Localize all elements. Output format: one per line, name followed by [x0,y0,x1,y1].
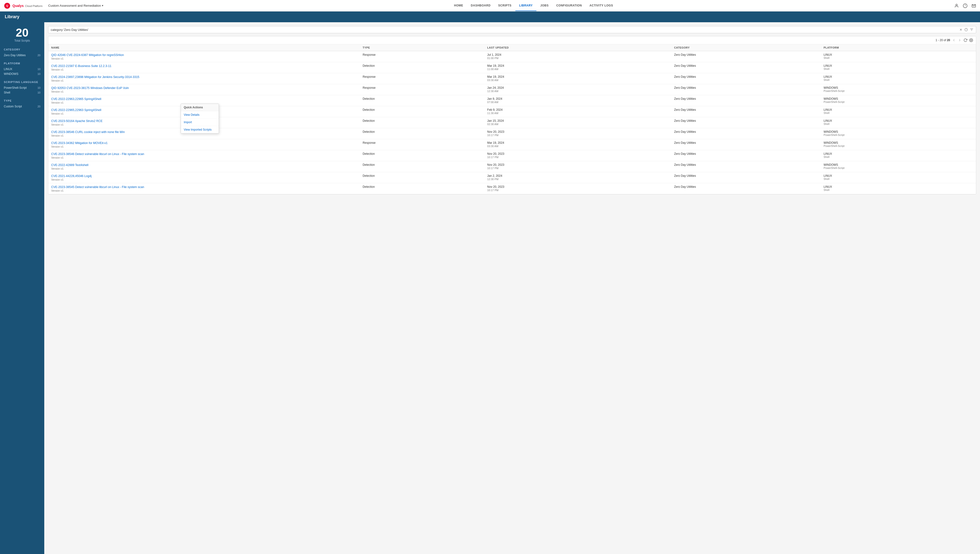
nav-configuration[interactable]: CONFIGURATION [553,0,586,11]
table-toolbar: 1 - 20 of 20 [48,37,976,44]
sidebar-item-shell[interactable]: Shell 10 [4,90,40,95]
table-settings-icon[interactable] [969,38,973,42]
row-category-12: Zero Day Utilities [674,185,824,188]
prev-page-icon[interactable] [952,38,956,42]
row-platform-4: WINDOWS PowerShell-Script [824,97,973,103]
search-help-icon[interactable]: ? [964,28,968,31]
clear-search-icon[interactable] [959,28,962,31]
search-icons: ? [959,28,974,32]
qa-import[interactable]: Import [181,119,219,126]
row-category-7: Zero Day Utilities [674,130,824,134]
row-date-10: Nov 20, 202310:17 PM [487,163,674,170]
table-row: CVE-2023-38545 Detect vulnerable libcurl… [48,183,976,194]
chevron-down-icon: ▾ [102,4,104,7]
row-platform-1: LINUX Shell [824,64,973,70]
row-date-1: Mar 19, 202411:00 AM [487,64,674,71]
nav-activity-logs[interactable]: ACTIVITY LOGS [586,0,617,11]
qualys-logo-icon: Q [4,2,11,9]
platform-section-title: PLATFORM [4,62,40,65]
row-type-6: Detection [363,119,488,123]
row-name-link-0[interactable]: QID 42046 CVE-2024-6387 Mitigation for r… [51,53,124,57]
row-name-link-9[interactable]: CVE-2023-38546 Detect vulnerable libcurl… [51,152,144,156]
row-name-9: CVE-2023-38546 Detect vulnerable libcurl… [51,152,363,159]
row-version-7: Version v1 [51,134,363,137]
col-name: NAME [51,46,363,49]
qa-view-imported-scripts[interactable]: View Imported Scripts [181,126,219,133]
category-section-title: CATEGORY [4,48,40,51]
sidebar-item-linux[interactable]: LINUX 10 [4,67,40,72]
page-title: Library [5,14,19,19]
row-name-link-12[interactable]: CVE-2023-38545 Detect vulnerable libcurl… [51,185,144,189]
row-name-link-7[interactable]: CVE-2023-38546 CURL cookie inject with n… [51,131,125,134]
row-name-link-1[interactable]: CVE-2022-21587 E-Business Suite 12.2.3-1… [51,64,112,68]
row-date-5: Feb 9, 202411:30 AM [487,108,674,115]
sidebar-total: 20 Total Scripts [4,27,40,42]
row-version-9: Version v1 [51,156,363,159]
nav-scripts[interactable]: SCRIPTS [494,0,515,11]
row-name-link-6[interactable]: CVE-2023-50164 Apache Struts2 RCE [51,119,103,123]
table-row: CVE-2024-23897,23898 Mitigation for Jenk… [48,73,976,84]
row-name-link-8[interactable]: CVE-2023-34362 Mitigation for MOVEit-v1 [51,142,108,145]
total-scripts-count: 20 [4,27,40,38]
row-date-11: Jan 2, 202412:30 PM [487,174,674,181]
col-category: CATEGORY [674,46,824,49]
svg-point-13 [970,40,972,41]
row-category-11: Zero Day Utilities [674,174,824,177]
nav-library[interactable]: LIBRARY [515,0,536,11]
app-title-area[interactable]: Custom Assessment and Remediation ▾ [48,4,104,7]
table-row: CVE-2022-21587 E-Business Suite 12.2.3-1… [48,62,976,73]
row-name-link-11[interactable]: CVE-2021-44228,45046 Log4j [51,174,92,178]
row-type-12: Detection [363,185,488,188]
sidebar-item-zero-day[interactable]: Zero Day Utilities 20 [4,53,40,58]
row-name-link-4[interactable]: CVE-2022-22963,22965 Spring4Shell [51,97,101,101]
row-type-3: Response [363,86,488,89]
nav-links: HOME DASHBOARD SCRIPTS LIBRARY JOBS CONF… [113,0,954,11]
sidebar-item-windows[interactable]: WINDOWS 10 [4,72,40,76]
row-type-9: Detection [363,152,488,156]
row-version-8: Version v1 [51,145,363,148]
row-name-11: CVE-2021-44228,45046 Log4j Version v1 [51,174,363,181]
qa-view-details[interactable]: View Details [181,111,219,119]
row-name-link-2[interactable]: CVE-2024-23897,23898 Mitigation for Jenk… [51,75,139,79]
row-name-link-10[interactable]: CVE-2022-42889 Text4shell [51,163,88,167]
refresh-icon[interactable] [964,38,967,42]
pagination-text: 1 - 20 of 20 [935,38,950,42]
table-header: NAME TYPE LAST UPDATED CATEGORY PLATFORM [48,44,976,51]
table-row: CVE-2023-38546 Detect vulnerable libcurl… [48,150,976,161]
nav-right-icons: ? [954,3,976,8]
row-name-link-5[interactable]: CVE-2022-22965,22963 Spring4Shell [51,108,101,112]
row-type-5: Detection [363,108,488,111]
row-platform-3: WINDOWS PowerShell-Script [824,86,973,92]
search-filter-icon[interactable] [970,28,974,32]
sidebar-item-custom-script[interactable]: Custom Script 20 [4,104,40,109]
row-version-0: Version v1 [51,57,363,60]
search-input[interactable] [51,28,959,32]
mail-icon[interactable] [971,3,976,8]
sidebar-item-powershell[interactable]: PowerShell-Script 10 [4,85,40,90]
nav-dashboard[interactable]: DASHBOARD [467,0,494,11]
row-version-11: Version v1 [51,178,363,181]
row-platform-5: LINUX Shell [824,108,973,115]
row-version-3: Version v1 [51,90,363,93]
type-section-title: TYPE [4,99,40,102]
nav-home[interactable]: HOME [450,0,467,11]
row-name-2: CVE-2024-23897,23898 Mitigation for Jenk… [51,75,363,82]
help-icon[interactable]: ? [963,3,967,8]
row-category-4: Zero Day Utilities [674,97,824,100]
quick-actions-popup: Quick Actions View Details Import View I… [181,103,219,134]
row-name-link-3[interactable]: QID 92053 CVE-2023-38175 Windows Defende… [51,86,129,90]
row-type-11: Detection [363,174,488,177]
sidebar-item-count: 10 [38,68,40,70]
row-type-8: Response [363,141,488,145]
row-date-4: Jan 9, 202407:00 AM [487,97,674,104]
svg-text:?: ? [964,4,966,7]
sidebar-item-label: LINUX [4,67,12,71]
user-icon[interactable] [954,3,959,8]
row-type-10: Detection [363,163,488,167]
row-category-3: Zero Day Utilities [674,86,824,89]
row-category-5: Zero Day Utilities [674,108,824,111]
nav-jobs[interactable]: JOBS [536,0,553,11]
next-page-icon[interactable] [958,38,962,42]
logo-text: Qualys. Cloud Platform [13,4,43,8]
sidebar-item-label: Zero Day Utilities [4,54,25,57]
